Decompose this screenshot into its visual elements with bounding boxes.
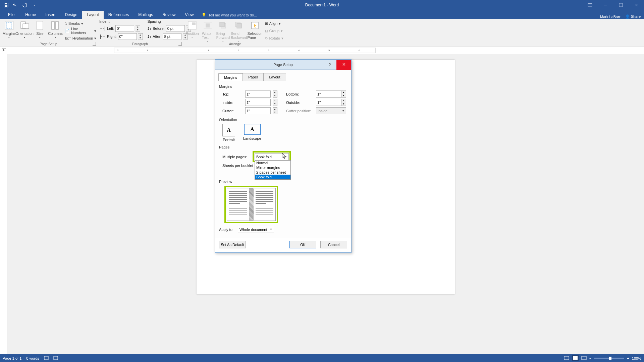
orientation-portrait[interactable]: APortrait [222, 124, 235, 142]
zoom-out-icon[interactable]: − [589, 356, 591, 360]
margin-bottom-input[interactable] [316, 90, 341, 98]
dropdown-option-mirror[interactable]: Mirror margins [255, 165, 290, 170]
group-button: ⊡Group ▾ [264, 27, 285, 34]
dialog-titlebar[interactable]: Page Setup ? ✕ [215, 60, 351, 70]
spinner[interactable]: ▲▼ [341, 90, 346, 98]
dialog-tab-paper[interactable]: Paper [243, 73, 264, 81]
spell-check-icon[interactable] [44, 356, 49, 361]
dialog-help-icon[interactable]: ? [323, 63, 336, 67]
svg-rect-24 [54, 356, 58, 360]
margin-top-input[interactable] [245, 90, 271, 98]
spinner[interactable]: ▲▼ [273, 90, 277, 98]
size-button[interactable]: Size▾ [33, 19, 47, 40]
indent-right-field[interactable]: ╞←Right:▲▼ [99, 33, 143, 40]
dialog-tab-layout[interactable]: Layout [263, 73, 286, 81]
web-layout-icon[interactable] [581, 356, 587, 361]
margin-outside-label: Outside: [286, 101, 315, 105]
tab-references[interactable]: References [104, 11, 133, 19]
multiple-pages-dropdown: Normal Mirror margins 2 pages per sheet … [255, 160, 291, 180]
macro-icon[interactable] [53, 356, 58, 361]
save-icon[interactable] [3, 2, 9, 8]
vertical-ruler[interactable] [0, 54, 7, 354]
dropdown-option-2pages[interactable]: 2 pages per sheet [255, 170, 290, 175]
margins-button[interactable]: Margins▾ [2, 19, 16, 40]
tell-me-search[interactable]: 💡 Tell me what you want to do... [198, 11, 260, 19]
breaks-button[interactable]: ⤵Breaks ▾ [64, 20, 98, 27]
orientation-button[interactable]: Orientation▾ [17, 19, 32, 40]
dropdown-option-normal[interactable]: Normal [255, 161, 290, 165]
tab-view[interactable]: View [180, 11, 199, 19]
group-icon: ⊡ [265, 29, 268, 33]
tab-mailings[interactable]: Mailings [133, 11, 158, 19]
spinner[interactable]: ▲▼ [138, 33, 143, 40]
undo-icon[interactable] [12, 2, 19, 8]
align-icon: ⊞ [265, 21, 268, 26]
ruler-mark: 2 [238, 49, 239, 52]
ribbon-display-icon[interactable] [582, 0, 598, 10]
dialog-close-icon[interactable]: ✕ [336, 60, 351, 70]
bring-forward-label: Bring Forward [216, 32, 230, 40]
wrap-text-label: Wrap Text [202, 32, 213, 40]
orientation-landscape[interactable]: ALandscape [243, 124, 261, 142]
indent-left-field[interactable]: →╡Left:▲▼ [99, 25, 143, 32]
hyphenation-button[interactable]: bc⁻Hyphenation ▾ [64, 35, 98, 42]
close-icon[interactable]: ✕ [629, 0, 644, 10]
spinner[interactable]: ▲▼ [341, 99, 346, 106]
margin-gutter-label: Gutter: [222, 109, 243, 113]
set-as-default-button[interactable]: Set As Default [219, 241, 246, 248]
tab-layout[interactable]: Layout [82, 11, 104, 19]
ruler-corner[interactable]: L [2, 48, 6, 52]
page-count[interactable]: Page 1 of 1 [3, 356, 21, 360]
svg-rect-2 [5, 3, 7, 4]
share-button[interactable]: 👤 Share [625, 14, 641, 19]
spacing-before-input[interactable] [166, 25, 185, 32]
spacing-after-input[interactable] [163, 33, 181, 40]
send-backward-button: Send Backward▾ [231, 19, 247, 44]
rotate-icon: ⟳ [265, 36, 268, 41]
qat-customize-icon[interactable]: ▾ [31, 2, 38, 8]
spinner[interactable]: ▲▼ [273, 99, 277, 106]
spinner[interactable]: ▲▼ [136, 25, 140, 32]
align-button[interactable]: ⊞Align ▾ [264, 20, 285, 27]
zoom-level[interactable]: 100% [632, 356, 641, 360]
share-label: Share [631, 14, 641, 18]
dropdown-option-bookfold[interactable]: Book fold [255, 175, 290, 179]
horizontal-ruler[interactable]: 2 1 1 2 3 4 5 6 [114, 48, 376, 53]
zoom-in-icon[interactable]: + [627, 356, 629, 360]
spacing-after-label: After: [153, 35, 161, 39]
svg-rect-14 [192, 22, 196, 25]
indent-right-input[interactable] [118, 33, 137, 40]
paragraph-launcher[interactable] [178, 42, 182, 46]
columns-button[interactable]: Columns▾ [48, 19, 62, 40]
margin-outside-input[interactable] [316, 99, 341, 106]
multiple-pages-combo[interactable]: Book fold▼ [255, 153, 289, 160]
hyphenation-icon: bc⁻ [65, 36, 71, 41]
spinner[interactable]: ▲▼ [273, 107, 277, 114]
word-count[interactable]: 0 words [26, 356, 39, 360]
page-setup-launcher[interactable] [93, 42, 96, 46]
print-layout-icon[interactable] [572, 355, 579, 361]
read-mode-icon[interactable] [564, 356, 569, 361]
margin-inside-input[interactable] [245, 99, 271, 106]
redo-icon[interactable] [21, 2, 28, 8]
line-numbers-button[interactable]: 📄Line Numbers ▾ [64, 27, 98, 34]
landscape-label: Landscape [243, 136, 261, 140]
indent-left-input[interactable] [115, 25, 134, 32]
dialog-tab-margins[interactable]: Margins [218, 73, 243, 81]
cancel-button[interactable]: Cancel [320, 241, 347, 248]
tab-design[interactable]: Design [60, 11, 82, 19]
tab-insert[interactable]: Insert [41, 11, 60, 19]
position-button: Position▾ [185, 19, 199, 40]
selection-pane-label: Selection Pane [247, 32, 262, 40]
apply-to-combo[interactable]: Whole document▼ [238, 226, 274, 233]
tab-file[interactable]: File [2, 11, 20, 19]
zoom-slider[interactable] [594, 358, 624, 359]
minimize-icon[interactable]: ─ [598, 0, 613, 10]
margin-gutter-input[interactable] [245, 107, 271, 114]
tab-home[interactable]: Home [20, 11, 41, 19]
ok-button[interactable]: OK [289, 241, 316, 248]
selection-pane-button[interactable]: Selection Pane [248, 19, 262, 40]
maximize-icon[interactable] [613, 0, 629, 10]
tab-review[interactable]: Review [158, 11, 180, 19]
user-name[interactable]: Mark LaBarr [600, 15, 621, 19]
